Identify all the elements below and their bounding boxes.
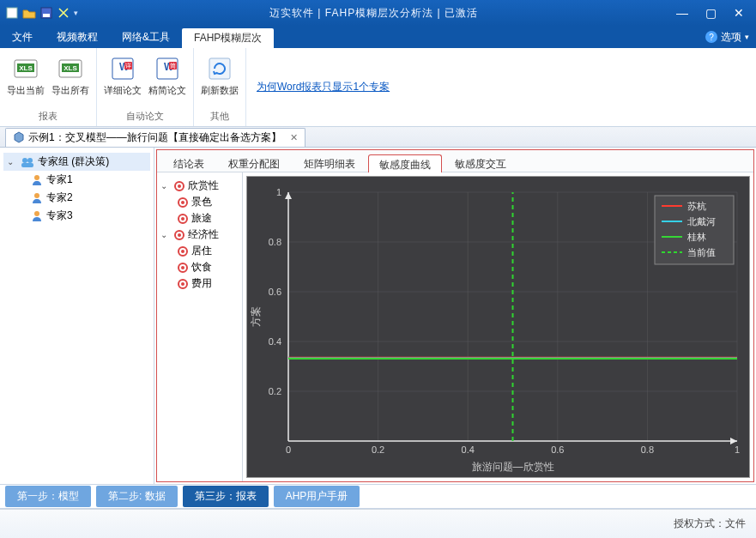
step2-button[interactable]: 第二步: 数据	[96, 486, 178, 507]
detail-paper-button[interactable]: W详 详细论文	[102, 51, 143, 108]
criteria-node[interactable]: ⌄经济性	[160, 227, 239, 243]
criteria-tree: ⌄欣赏性 景色 旅途 ⌄经济性 居住 饮食 费用	[157, 172, 243, 481]
cube-icon	[13, 131, 25, 143]
tab-sensitivity-interactive[interactable]: 敏感度交互	[444, 154, 517, 172]
svg-text:XLS: XLS	[19, 64, 33, 72]
menu-net[interactable]: 网络&工具	[110, 26, 182, 48]
menu-video[interactable]: 视频教程	[45, 26, 110, 48]
cut-icon[interactable]	[57, 6, 70, 20]
document-tab[interactable]: 示例1：交叉模型——旅行问题【直接确定出备选方案】 ✕	[5, 128, 305, 147]
menu-fahp[interactable]: FAHP模糊层次	[182, 28, 274, 48]
svg-rect-20	[21, 163, 33, 167]
expert-node[interactable]: 专家2	[27, 189, 150, 207]
content-area: ⌄ 专家组 (群决策) 专家1 专家2 专家3 结论表 权重分配图 矩阵明细表 …	[0, 148, 756, 485]
svg-text:方案: 方案	[250, 306, 262, 327]
new-icon[interactable]	[5, 6, 19, 20]
right-panel: 结论表 权重分配图 矩阵明细表 敏感度曲线 敏感度交互 ⌄欣赏性 景色 旅途 ⌄…	[156, 149, 754, 482]
step3-button[interactable]: 第三步：报表	[183, 486, 269, 507]
sensitivity-chart: 00.20.40.60.810.20.40.60.81旅游问题—欣赏性方案苏杭北…	[246, 176, 750, 478]
ribbon-group-autopaper: W详 详细论文 W简 精简论文 自动论文	[97, 48, 194, 126]
expert-group-node[interactable]: ⌄ 专家组 (群决策)	[3, 153, 150, 171]
window-controls: ― ▢ ✕	[664, 6, 756, 20]
svg-point-18	[22, 158, 27, 163]
target-icon	[174, 181, 184, 191]
tab-sensitivity-curve[interactable]: 敏感度曲线	[368, 154, 442, 172]
svg-text:0.6: 0.6	[269, 287, 281, 297]
svg-text:北戴河: 北戴河	[687, 216, 716, 227]
word-detail-icon: W详	[109, 55, 136, 82]
svg-text:苏杭: 苏杭	[687, 201, 706, 211]
title-bar: ▾ 迈实软件 | FAHP模糊层次分析法 | 已激活 ― ▢ ✕	[0, 0, 756, 26]
svg-text:0.6: 0.6	[551, 444, 564, 455]
collapse-icon[interactable]: ⌄	[7, 157, 17, 166]
svg-rect-17	[209, 58, 230, 79]
collapse-icon[interactable]: ⌄	[160, 181, 171, 190]
svg-text:桂林: 桂林	[686, 232, 706, 242]
menu-file[interactable]: 文件	[0, 26, 45, 48]
svg-text:1: 1	[276, 187, 281, 197]
refresh-button[interactable]: 刷新数据	[199, 51, 240, 108]
close-button[interactable]: ✕	[734, 6, 744, 20]
svg-text:0.2: 0.2	[372, 444, 384, 455]
expert-node[interactable]: 专家3	[27, 207, 150, 225]
svg-rect-2	[43, 14, 50, 17]
license-status: 授权方式：文件	[674, 517, 746, 531]
document-tab-close[interactable]: ✕	[290, 132, 298, 143]
svg-point-23	[34, 211, 39, 216]
menu-bar: 文件 视频教程 网络&工具 FAHP模糊层次 ? 选项 ▾	[0, 26, 756, 48]
svg-text:1: 1	[735, 444, 740, 455]
svg-text:0.8: 0.8	[269, 237, 281, 247]
svg-text:当前值: 当前值	[687, 247, 716, 257]
xls-icon: XLS	[12, 55, 39, 82]
expert-node[interactable]: 专家1	[27, 171, 150, 189]
collapse-icon[interactable]: ⌄	[160, 230, 171, 239]
export-current-button[interactable]: XLS 导出当前	[5, 51, 46, 108]
criteria-leaf[interactable]: 景色	[178, 194, 239, 210]
export-all-button[interactable]: XLS 导出所有	[50, 51, 91, 108]
target-icon	[178, 214, 188, 224]
tab-weight[interactable]: 权重分配图	[217, 154, 291, 172]
criteria-node[interactable]: ⌄欣赏性	[160, 178, 239, 194]
person-icon	[31, 192, 43, 204]
help-icon[interactable]: ?	[705, 31, 717, 43]
expert-tree: ⌄ 专家组 (群决策) 专家1 专家2 专家3	[0, 148, 154, 484]
tab-conclusion[interactable]: 结论表	[162, 154, 215, 172]
document-tab-label: 示例1：交叉模型——旅行问题【直接确定出备选方案】	[28, 130, 281, 145]
options-dropdown-icon[interactable]: ▾	[745, 33, 749, 41]
svg-point-19	[27, 158, 33, 163]
xls-icon: XLS	[57, 55, 84, 82]
svg-text:0.2: 0.2	[269, 386, 281, 396]
target-icon	[178, 263, 188, 273]
criteria-leaf[interactable]: 旅途	[178, 210, 239, 227]
window-title: 迈实软件 | FAHP模糊层次分析法 | 已激活	[83, 6, 664, 21]
chart-container: 00.20.40.60.810.20.40.60.81旅游问题—欣赏性方案苏杭北…	[243, 172, 753, 481]
minimize-button[interactable]: ―	[676, 6, 688, 20]
person-icon	[31, 210, 43, 222]
expert-group-label: 专家组 (群决策)	[38, 154, 109, 169]
criteria-leaf[interactable]: 费用	[178, 275, 239, 292]
ribbon-group-other: 刷新数据 其他	[194, 48, 246, 126]
ribbon-group-report: XLS 导出当前 XLS 导出所有 报表	[0, 48, 97, 126]
maximize-button[interactable]: ▢	[705, 6, 717, 20]
person-icon	[31, 174, 43, 186]
menu-options[interactable]: 选项	[721, 30, 741, 45]
tab-matrix[interactable]: 矩阵明细表	[293, 154, 366, 172]
document-tab-bar: 示例1：交叉模型——旅行问题【直接确定出备选方案】 ✕	[0, 127, 756, 148]
ribbon: XLS 导出当前 XLS 导出所有 报表 W详 详细论文 W简 精简论文 自动论…	[0, 48, 756, 127]
group-icon	[21, 156, 34, 168]
criteria-leaf[interactable]: 饮食	[178, 259, 239, 275]
criteria-leaf[interactable]: 居住	[178, 243, 239, 259]
simple-paper-button[interactable]: W简 精简论文	[147, 51, 188, 108]
target-icon	[174, 230, 184, 240]
save-icon[interactable]	[39, 6, 53, 20]
open-icon[interactable]	[22, 6, 36, 20]
svg-text:详: 详	[125, 63, 131, 69]
qat-dropdown-icon[interactable]: ▾	[74, 9, 78, 17]
target-icon	[178, 197, 188, 208]
svg-text:简: 简	[170, 63, 176, 69]
step1-button[interactable]: 第一步：模型	[5, 486, 91, 507]
ribbon-help-link[interactable]: 为何Word报表只显示1个专案	[246, 48, 400, 126]
manual-button[interactable]: AHP用户手册	[274, 486, 360, 507]
svg-rect-0	[7, 8, 17, 18]
svg-text:旅游问题—欣赏性: 旅游问题—欣赏性	[472, 461, 554, 473]
